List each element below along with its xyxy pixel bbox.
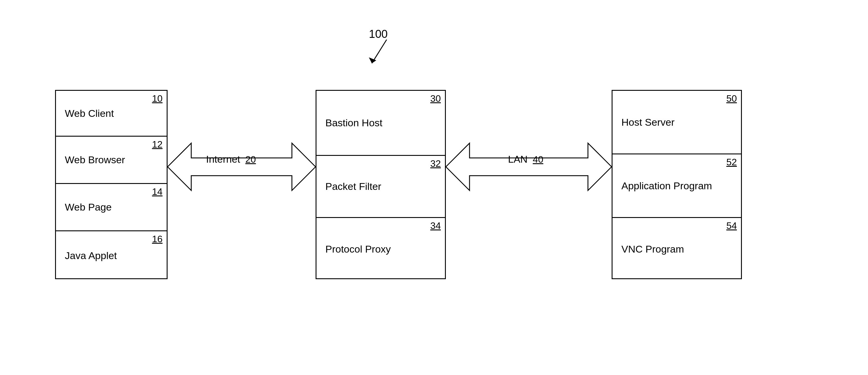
bastion-ref-30: 30 xyxy=(430,93,441,104)
webclient-section-1: Web Client 10 xyxy=(56,91,167,137)
webclient-ref-12: 12 xyxy=(152,139,162,150)
webclient-ref-16: 16 xyxy=(152,234,162,245)
bastion-ref-34: 34 xyxy=(430,220,441,231)
hostserver-box: Host Server 50 Application Program 52 VN… xyxy=(612,90,742,279)
bastion-box: Bastion Host 30 Packet Filter 32 Protoco… xyxy=(316,90,446,279)
webclient-ref-10: 10 xyxy=(152,93,162,104)
webpage-label: Web Page xyxy=(65,201,112,213)
svg-marker-2 xyxy=(167,143,316,191)
bastionhost-label: Bastion Host xyxy=(326,117,382,129)
ref-100-arrow xyxy=(363,37,399,72)
hostserver-section-1: Host Server 50 xyxy=(613,91,741,155)
webclient-section-3: Web Page 14 xyxy=(56,184,167,231)
vncprogram-label: VNC Program xyxy=(621,243,684,255)
diagram-container: 100 Web Client 10 Web Browser 12 Web Pag… xyxy=(0,0,868,375)
bastion-ref-32: 32 xyxy=(430,158,441,169)
lan-ref: 40 xyxy=(533,154,544,165)
internet-ref: 20 xyxy=(245,154,256,165)
diagram-inner: 100 Web Client 10 Web Browser 12 Web Pag… xyxy=(49,66,819,332)
lan-arrow xyxy=(446,126,612,208)
webbrowser-label: Web Browser xyxy=(65,154,125,166)
webclient-section-4: Java Applet 16 xyxy=(56,231,167,280)
protocolproxy-label: Protocol Proxy xyxy=(326,243,391,255)
bastion-section-3: Protocol Proxy 34 xyxy=(316,218,445,280)
hostserver-ref-54: 54 xyxy=(726,220,737,231)
svg-marker-3 xyxy=(446,143,612,191)
webclient-label: Web Client xyxy=(65,108,114,119)
hostserver-section-2: Application Program 52 xyxy=(613,155,741,218)
webclient-ref-14: 14 xyxy=(152,186,162,197)
hostserver-ref-52: 52 xyxy=(726,157,737,168)
webclient-box: Web Client 10 Web Browser 12 Web Page 14… xyxy=(55,90,167,279)
lan-label: LAN 40 xyxy=(508,154,543,165)
internet-label: Internet 20 xyxy=(206,154,256,165)
packetfilter-label: Packet Filter xyxy=(326,181,381,192)
webclient-section-2: Web Browser 12 xyxy=(56,137,167,184)
bastion-section-1: Bastion Host 30 xyxy=(316,91,445,156)
hostserver-label: Host Server xyxy=(621,116,675,128)
bastion-section-2: Packet Filter 32 xyxy=(316,156,445,218)
hostserver-ref-50: 50 xyxy=(726,93,737,104)
javaapplet-label: Java Applet xyxy=(65,250,117,262)
hostserver-section-3: VNC Program 54 xyxy=(613,218,741,280)
applicationprogram-label: Application Program xyxy=(621,180,712,192)
internet-arrow xyxy=(167,126,316,208)
